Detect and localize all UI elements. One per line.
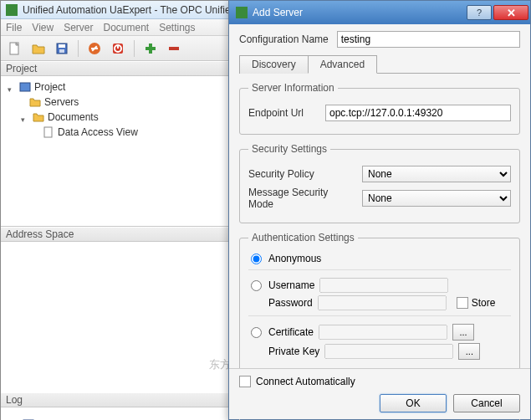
certificate-browse-button[interactable]: ... — [452, 324, 474, 341]
store-checkbox[interactable] — [457, 297, 468, 309]
expander-icon[interactable] — [21, 113, 29, 121]
add-server-dialog: Add Server ? ✕ Configuration Name Discov… — [228, 0, 531, 420]
folder-icon — [33, 111, 44, 123]
auth-anonymous-label: Anonymous — [268, 253, 321, 264]
expander-icon[interactable] — [8, 83, 16, 91]
svg-rect-4 — [59, 49, 64, 53]
server-information-group: Server Information Endpoint Url — [239, 82, 520, 135]
endpoint-url-label: Endpoint Url — [248, 107, 319, 119]
config-name-input[interactable] — [337, 31, 520, 48]
private-key-input[interactable] — [324, 344, 453, 359]
svg-rect-3 — [59, 44, 65, 48]
new-file-button[interactable] — [6, 39, 24, 58]
cancel-button[interactable]: Cancel — [453, 394, 520, 412]
certificate-label: Certificate — [268, 326, 314, 338]
help-button[interactable]: ? — [467, 5, 492, 20]
private-key-browse-button[interactable]: ... — [458, 343, 480, 360]
tree-project[interactable]: Project — [34, 81, 65, 93]
dialog-title: Add Server — [253, 7, 303, 18]
password-input[interactable] — [318, 295, 447, 310]
tab-discovery[interactable]: Discovery — [239, 55, 309, 74]
server-info-legend: Server Information — [248, 82, 338, 94]
authentication-settings-group: Authentication Settings Anonymous Userna… — [239, 232, 520, 371]
tree-data-access-view[interactable]: Data Access View — [58, 126, 138, 138]
tree-documents[interactable]: Documents — [48, 111, 99, 123]
add-button[interactable] — [141, 39, 160, 58]
open-file-button[interactable] — [29, 39, 48, 58]
app-icon — [6, 4, 18, 16]
security-settings-group: Security Settings Security Policy None M… — [239, 143, 520, 223]
svg-rect-13 — [169, 47, 179, 50]
certificate-input[interactable] — [319, 325, 447, 340]
svg-rect-14 — [20, 83, 30, 91]
password-label: Password — [268, 297, 313, 309]
dialog-titlebar[interactable]: Add Server ? ✕ — [229, 1, 530, 24]
app-icon — [236, 7, 248, 18]
project-icon — [19, 81, 31, 93]
stop-button[interactable] — [109, 39, 127, 58]
menu-view[interactable]: View — [32, 22, 54, 33]
security-legend: Security Settings — [248, 143, 330, 155]
close-doc-button[interactable] — [85, 39, 104, 58]
store-label: Store — [472, 297, 496, 309]
auth-legend: Authentication Settings — [248, 232, 358, 243]
close-button[interactable]: ✕ — [493, 5, 528, 20]
private-key-label: Private Key — [268, 346, 319, 357]
menu-document[interactable]: Document — [103, 22, 149, 33]
security-policy-select[interactable]: None — [362, 166, 511, 182]
connect-automatically-label: Connect Automatically — [256, 376, 355, 387]
security-policy-label: Security Policy — [248, 168, 355, 180]
security-mode-select[interactable]: None — [362, 190, 511, 207]
svg-rect-12 — [146, 47, 156, 50]
tab-advanced[interactable]: Advanced — [308, 55, 377, 74]
menu-server[interactable]: Server — [64, 22, 93, 33]
endpoint-url-input[interactable] — [325, 105, 511, 121]
save-button[interactable] — [53, 39, 71, 58]
username-label: Username — [268, 279, 314, 291]
dialog-tabs: Discovery Advanced — [239, 54, 520, 74]
security-mode-label: Message Security Mode — [248, 187, 355, 210]
svg-rect-15 — [44, 127, 52, 137]
remove-button[interactable] — [165, 39, 183, 58]
auth-anonymous-radio[interactable] — [251, 254, 262, 264]
folder-icon — [29, 96, 41, 108]
menu-settings[interactable]: Settings — [159, 22, 195, 33]
ok-button[interactable]: OK — [380, 394, 447, 412]
menu-file[interactable]: File — [6, 22, 22, 33]
tree-servers[interactable]: Servers — [44, 96, 79, 108]
username-input[interactable] — [319, 278, 448, 293]
auth-username-radio[interactable] — [251, 280, 262, 291]
document-icon — [43, 126, 54, 138]
auth-certificate-radio[interactable] — [251, 327, 262, 338]
connect-automatically-checkbox[interactable] — [239, 376, 251, 387]
config-name-label: Configuration Name — [239, 33, 329, 45]
